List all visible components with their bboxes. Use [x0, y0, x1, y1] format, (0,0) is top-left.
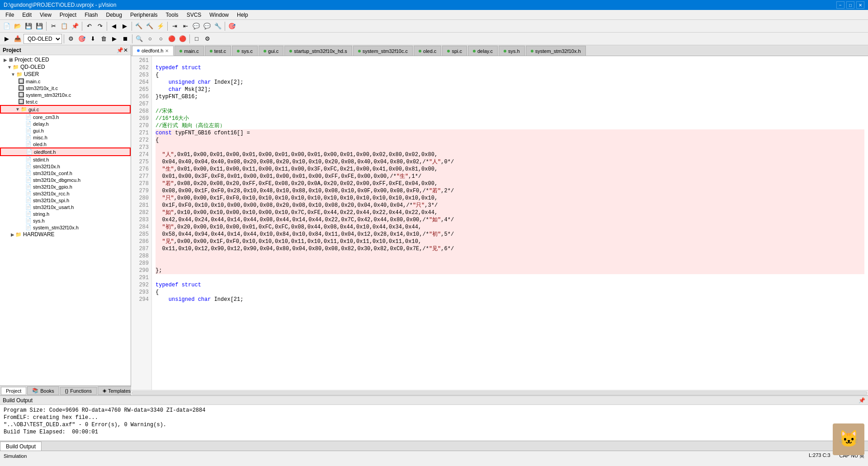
unindent-button[interactable]: ⇤: [180, 21, 190, 31]
tree-file-stm32f10x_it-c[interactable]: 🔲 stm32f10x_it.c: [0, 85, 131, 91]
tab-oled-c[interactable]: oled.c: [414, 46, 441, 56]
debug-tool1[interactable]: ○: [145, 34, 155, 44]
menubar-item-tools[interactable]: Tools: [162, 11, 182, 19]
tree-qd-oled[interactable]: ▼📁 QD-OLED: [0, 63, 131, 71]
erase-button[interactable]: 🗑: [99, 34, 108, 44]
tree-root[interactable]: ▶🖥 Project: OLED: [0, 56, 131, 63]
menubar-item-peripherals[interactable]: Peripherals: [127, 11, 161, 19]
project-tab-functions[interactable]: {} Functions: [60, 387, 97, 395]
build-output-tab[interactable]: Build Output: [0, 442, 42, 451]
sim-button[interactable]: ⚙: [66, 34, 76, 44]
menubar-item-svcs[interactable]: SVCS: [183, 11, 205, 19]
project-tab-books[interactable]: 📚 Books: [27, 386, 59, 395]
run-button[interactable]: ▶: [109, 34, 119, 44]
project-tab-templates[interactable]: ◈ Templates: [98, 386, 136, 395]
tree-inc-core_cm3-h[interactable]: 📄 core_cm3.h: [0, 114, 131, 120]
tree-inc-stm32f10x_gpio-h[interactable]: 📄 stm32f10x_gpio.h: [0, 183, 131, 190]
maximize-button[interactable]: □: [846, 1, 854, 9]
tree-inc-gui-h[interactable]: 📄 gui.h: [0, 127, 131, 134]
project-tab-label-0: Project: [6, 388, 21, 394]
nav-back-button[interactable]: ◀: [109, 21, 119, 31]
tab-close-0[interactable]: ✕: [165, 48, 169, 53]
target-options-button[interactable]: 🎯: [77, 34, 87, 44]
tree-user-folder[interactable]: ▼📁 USER: [0, 71, 131, 78]
tree-inc-stm32f10x-h[interactable]: 📄 stm32f10x.h: [0, 163, 131, 170]
redo-button[interactable]: ↷: [95, 21, 105, 31]
debug-load-button[interactable]: 📥: [13, 34, 23, 44]
tree-inc-misc-h[interactable]: 📄 misc.h: [0, 134, 131, 141]
tree-inc-system_stm32f10x-h[interactable]: 📄 system_stm32f10x.h: [0, 224, 131, 231]
menubar-item-project[interactable]: Project: [56, 11, 80, 19]
debug-tool2[interactable]: ○: [156, 34, 166, 44]
scroll-track[interactable]: [132, 391, 867, 395]
build-output-pin[interactable]: 📌: [859, 397, 865, 404]
tree-inc-stm32f10x_conf-h[interactable]: 📄 stm32f10x_conf.h: [0, 170, 131, 176]
save-button[interactable]: 💾: [24, 21, 33, 31]
debug-tool4[interactable]: 🔴: [178, 34, 188, 44]
target-button[interactable]: 🎯: [227, 21, 237, 31]
stop-run-button[interactable]: ⏹: [120, 34, 130, 44]
tree-inc-oled-h[interactable]: 📄 oled.h: [0, 141, 131, 147]
debug-start-button[interactable]: ▶: [2, 34, 12, 44]
tab-spi-c[interactable]: spi.c: [442, 46, 467, 56]
tab-gui-c[interactable]: gui.c: [259, 46, 283, 56]
tree-inc-stm32f10x_dbgmcu-h[interactable]: 📄 stm32f10x_dbgmcu.h: [0, 176, 131, 183]
extra-button[interactable]: 🔧: [213, 21, 223, 31]
tree-inc-string-h[interactable]: 📄 string.h: [0, 210, 131, 217]
debug-options-button[interactable]: 🔍: [134, 34, 144, 44]
tree-inc-stm32f10x_rcc-h[interactable]: 📄 stm32f10x_rcc.h: [0, 190, 131, 197]
close-button[interactable]: ✕: [856, 1, 864, 9]
tree-inc-stdint-h[interactable]: 📄 stdint.h: [0, 156, 131, 163]
download-button[interactable]: ⬇: [88, 34, 98, 44]
tab-system_stm32f10x-h[interactable]: system_stm32f10x.h: [526, 46, 586, 56]
tree-inc-delay-h[interactable]: 📄 delay.h: [0, 120, 131, 127]
open-file-button[interactable]: 📂: [13, 21, 23, 31]
tree-inc-sys-h[interactable]: 📄 sys.h: [0, 217, 131, 224]
new-file-button[interactable]: 📄: [2, 21, 12, 31]
save-all-button[interactable]: 💾: [34, 21, 44, 31]
tab-main-c[interactable]: main.c: [175, 46, 203, 56]
comment-button[interactable]: 💬: [191, 21, 201, 31]
copy-button[interactable]: 📋: [59, 21, 69, 31]
tree-file-test-c[interactable]: 🔲 test.c: [0, 98, 131, 105]
menubar-item-window[interactable]: Window: [206, 11, 232, 19]
debug-tool3[interactable]: 🔴: [167, 34, 177, 44]
tab-sys-c[interactable]: sys.c: [232, 46, 258, 56]
menubar-item-help[interactable]: Help: [233, 11, 252, 19]
tab-startup_stm32f10x_hd-s[interactable]: startup_stm32f10x_hd.s: [284, 46, 352, 56]
tab-test-c[interactable]: test.c: [205, 46, 231, 56]
build-button[interactable]: 🔨: [134, 21, 144, 31]
indent-button[interactable]: ⇥: [170, 21, 179, 31]
undo-button[interactable]: ↶: [84, 21, 94, 31]
rebuild-button[interactable]: 🔨: [145, 21, 155, 31]
tab-system_stm32f10c-c[interactable]: system_stm32f10c.c: [353, 46, 413, 56]
minimize-button[interactable]: −: [836, 1, 844, 9]
view-tool2[interactable]: ⚙: [203, 34, 212, 44]
tree-inc-stm32f10x_spi-h[interactable]: 📄 stm32f10x_spi.h: [0, 197, 131, 204]
view-tool1[interactable]: □: [192, 34, 202, 44]
menubar-item-edit[interactable]: Edit: [19, 11, 35, 19]
project-tab-project[interactable]: Project: [1, 387, 26, 395]
nav-forward-button[interactable]: ▶: [120, 21, 130, 31]
tree-file-system_stm32f10x-c[interactable]: 🔲 system_stm32f10x.c: [0, 91, 131, 98]
tab-oledfont-h[interactable]: oledfont.h✕: [132, 46, 174, 56]
code-content[interactable]: typedef struct{ unsigned char Index[2]; …: [152, 56, 868, 390]
menubar-item-debug[interactable]: Debug: [103, 11, 126, 19]
tree-file-main-c[interactable]: 🔲 main.c: [0, 78, 131, 85]
tree-inc-oledfont-h[interactable]: 📄 oledfont.h: [0, 147, 131, 156]
menubar-item-file[interactable]: File: [2, 11, 18, 19]
cut-button[interactable]: ✂: [48, 21, 58, 31]
horizontal-scrollbar[interactable]: [131, 390, 868, 395]
menubar-item-view[interactable]: View: [36, 11, 55, 19]
tree-hardware-folder[interactable]: ▶📁 HARDWARE: [0, 231, 131, 238]
project-select[interactable]: QD-OLED: [24, 34, 62, 44]
tab-delay-c[interactable]: delay.c: [468, 46, 498, 56]
paste-button[interactable]: 📌: [70, 21, 80, 31]
uncomment-button[interactable]: 💬: [202, 21, 212, 31]
tree-file-gui-c[interactable]: ▼📁 gui.c: [0, 105, 131, 114]
flash-button[interactable]: ⚡: [156, 21, 165, 31]
tab-sys-h[interactable]: sys.h: [499, 46, 525, 56]
tree-inc-stm32f10x_usart-h[interactable]: 📄 stm32f10x_usart.h: [0, 204, 131, 210]
project-pin-button[interactable]: 📌✕: [117, 47, 128, 53]
menubar-item-flash[interactable]: Flash: [81, 11, 101, 19]
